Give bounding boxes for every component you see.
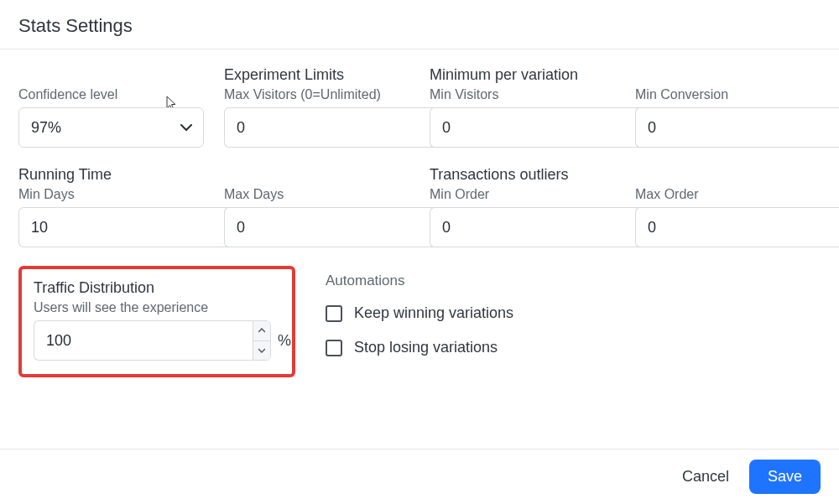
- min-visitors-col: Minimum per variation Min Visitors: [430, 66, 615, 148]
- min-conversion-col: Min Conversion: [635, 66, 821, 148]
- transactions-outliers-title: Transactions outliers: [430, 166, 615, 184]
- max-days-label: Max Days: [224, 187, 409, 202]
- min-days-col: Running Time Min Days: [18, 166, 204, 247]
- stop-losing-label: Stop losing variations: [354, 339, 498, 356]
- min-order-col: Transactions outliers Min Order: [430, 166, 615, 247]
- max-visitors-input[interactable]: [224, 107, 443, 148]
- min-days-input-wrap: [18, 207, 204, 247]
- traffic-title: Traffic Distribution: [34, 279, 280, 297]
- max-order-col: Max Order: [635, 166, 821, 247]
- min-visitors-input[interactable]: [430, 107, 649, 148]
- min-conversion-input[interactable]: [635, 107, 839, 148]
- confidence-label: Confidence level: [18, 87, 204, 102]
- traffic-spinner: [253, 320, 271, 361]
- traffic-input-row: %: [34, 320, 280, 361]
- automations-title: Automations: [326, 273, 821, 289]
- experiment-limits-col: Experiment Limits Max Visitors (0=Unlimi…: [224, 66, 409, 148]
- traffic-distribution-box: Traffic Distribution Users will see the …: [18, 266, 295, 377]
- max-visitors-input-wrap: [224, 107, 409, 148]
- automations-section: Automations Keep winning variations Stop…: [326, 266, 821, 373]
- min-conversion-input-wrap: [635, 107, 821, 148]
- traffic-step-up[interactable]: [253, 321, 270, 340]
- checkbox-icon: [326, 305, 342, 322]
- confidence-col: Confidence level 97%: [18, 66, 204, 148]
- page-title: Stats Settings: [18, 15, 821, 37]
- max-days-input[interactable]: [224, 207, 443, 247]
- running-time-title: Running Time: [18, 166, 204, 184]
- keep-winning-label: Keep winning variations: [354, 304, 513, 322]
- panel-footer: Cancel Save: [0, 449, 839, 504]
- experiment-limits-title: Experiment Limits: [224, 66, 409, 84]
- row-3: Traffic Distribution Users will see the …: [18, 266, 821, 377]
- max-days-col: Max Days: [224, 166, 409, 247]
- min-order-label: Min Order: [430, 187, 615, 202]
- confidence-select-wrap: 97%: [18, 107, 204, 148]
- checkbox-icon: [326, 340, 342, 356]
- min-order-input-wrap: [430, 207, 615, 247]
- max-days-input-wrap: [224, 207, 409, 247]
- max-visitors-label: Max Visitors (0=Unlimited): [224, 87, 409, 102]
- min-order-input[interactable]: [430, 207, 649, 247]
- min-visitors-input-wrap: [430, 107, 615, 148]
- traffic-step-down[interactable]: [253, 340, 270, 361]
- row-1: Confidence level 97% Experiment Limits M…: [18, 66, 821, 148]
- keep-winning-checkbox[interactable]: Keep winning variations: [326, 304, 821, 322]
- min-visitors-label: Min Visitors: [430, 87, 615, 102]
- min-days-input[interactable]: [18, 207, 237, 247]
- min-days-label: Min Days: [18, 187, 204, 202]
- traffic-input-wrap: [34, 320, 271, 361]
- panel-body: Confidence level 97% Experiment Limits M…: [0, 49, 839, 377]
- cancel-button[interactable]: Cancel: [677, 461, 734, 492]
- max-order-label: Max Order: [635, 187, 821, 202]
- max-order-input-wrap: [635, 207, 821, 247]
- row-2: Running Time Min Days Max Days: [18, 166, 821, 247]
- stop-losing-checkbox[interactable]: Stop losing variations: [326, 339, 821, 356]
- save-button[interactable]: Save: [749, 460, 821, 494]
- panel-header: Stats Settings: [0, 0, 839, 49]
- confidence-select[interactable]: 97%: [18, 107, 204, 148]
- traffic-label: Users will see the experience: [34, 300, 280, 315]
- stats-settings-panel: Stats Settings Confidence level 97%: [0, 0, 839, 504]
- traffic-unit: %: [278, 332, 291, 350]
- min-conversion-label: Min Conversion: [635, 87, 821, 102]
- traffic-input[interactable]: [34, 320, 253, 361]
- min-per-variation-title: Minimum per variation: [430, 66, 615, 84]
- max-order-input[interactable]: [635, 207, 839, 247]
